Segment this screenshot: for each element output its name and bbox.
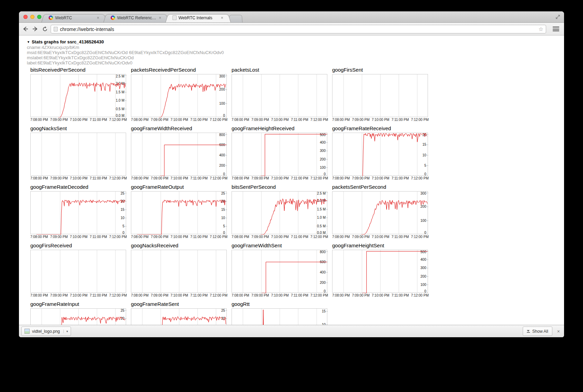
x-axis-tick-label: 7:08:00 PM xyxy=(131,293,149,297)
x-axis-labels: 7:08:00 PM7:09:00 PM7:10:00 PM7:11:00 PM… xyxy=(332,293,429,297)
x-axis-tick-label: 7:08:00 PM xyxy=(30,118,48,122)
x-axis-tick-label: 7:11:00 PM xyxy=(190,293,207,297)
chart-canvas: 2520151050 xyxy=(30,308,126,325)
x-axis-tick-label: 7:10:00 PM xyxy=(171,235,188,239)
x-axis-tick-label: 7:12:00 PM xyxy=(210,118,227,122)
x-axis-tick-label: 7:12:00 PM xyxy=(310,293,328,297)
svg-text:100: 100 xyxy=(420,283,426,287)
chart-packetsReceivedPerSecond: packetsReceivedPerSecond 3002001000 7:08… xyxy=(131,67,232,122)
new-tab-button[interactable] xyxy=(231,14,241,22)
x-axis-tick-label: 7:09:00 PM xyxy=(50,118,68,122)
minimize-window-button[interactable] xyxy=(30,15,34,19)
chart-canvas: 8006004002000 xyxy=(131,133,227,176)
x-axis-tick-label: 7:09:00 PM xyxy=(352,118,369,122)
x-axis-tick-label: 7:09:00 PM xyxy=(251,176,269,180)
tab-close-icon[interactable]: × xyxy=(158,16,162,20)
download-dropdown-icon[interactable]: ▾ xyxy=(63,330,68,333)
downloads-close-icon[interactable]: × xyxy=(557,329,560,334)
svg-text:100: 100 xyxy=(320,166,326,169)
chart-canvas xyxy=(30,250,126,293)
chart-googNacksReceived: googNacksReceived 7:08:00 PM7:09:00 PM7:… xyxy=(131,243,232,297)
chart-googFrameWidthReceived: googFrameWidthReceived 8006004002000 7:0… xyxy=(131,125,232,180)
download-item[interactable]: vidtel_logo.png ▾ xyxy=(21,327,71,336)
svg-text:200: 200 xyxy=(420,205,426,208)
svg-text:10: 10 xyxy=(221,216,225,220)
chart-googFirsReceived: googFirsReceived 7:08:00 PM7:09:00 PM7:1… xyxy=(30,243,131,297)
page-favicon xyxy=(173,16,176,20)
close-window-button[interactable] xyxy=(23,15,28,19)
x-axis-tick-label: 7:10:00 PM xyxy=(372,118,389,122)
address-bar[interactable]: chrome://webrtc-internals ☆ xyxy=(51,25,546,33)
tab-close-icon[interactable]: × xyxy=(96,16,100,20)
bookmark-star-icon[interactable]: ☆ xyxy=(539,26,543,32)
x-axis-tick-label: 7:12:00 PM xyxy=(109,293,127,297)
download-filename: vidtel_logo.png xyxy=(32,329,60,334)
chart-googFrameWidthSent: googFrameWidthSent 8006004002000 7:08:00… xyxy=(232,243,332,297)
ssrc-mslabel: mslabel:6E9laEYkyxIkTCxDgc82ZGoEhlCfxNuC… xyxy=(27,55,564,60)
fullscreen-icon[interactable] xyxy=(555,14,561,20)
ssrc-msid: msid:6E9laEYkyxIkTCxDgc82ZGoEhlCfxNuCKrO… xyxy=(27,50,564,55)
svg-text:0: 0 xyxy=(424,289,426,293)
chart-packetsSentPerSecond: packetsSentPerSecond 3002001000 7:08:00 … xyxy=(332,184,433,239)
tab-webrtc-reference-app[interactable]: WebRTC Reference App × xyxy=(106,13,166,22)
back-button[interactable] xyxy=(22,25,29,33)
x-axis-tick-label: 7:08:00 PM xyxy=(232,293,249,297)
x-axis-tick-label: 7:12:00 PM xyxy=(210,293,227,297)
x-axis-tick-label: 7:12:00 PM xyxy=(210,176,227,180)
x-axis-tick-label: 7:10:00 PM xyxy=(372,293,389,297)
navigation-toolbar: chrome://webrtc-internals ☆ xyxy=(19,23,564,35)
forward-button[interactable] xyxy=(31,25,39,33)
tab-webrtc[interactable]: WebRTC × xyxy=(44,13,104,22)
x-axis-tick-label: 7:12:00 PM xyxy=(411,235,429,239)
x-axis-labels: 7:08:00 PM7:09:00 PM7:10:00 PM7:11:00 PM… xyxy=(232,235,328,239)
svg-text:400: 400 xyxy=(320,141,326,144)
collapse-triangle-icon[interactable]: ▼ xyxy=(27,40,30,44)
svg-text:2.5 M: 2.5 M xyxy=(317,192,326,195)
x-axis-tick-label: 7:11:00 PM xyxy=(190,176,207,180)
chart-googFrameRateDecoded: googFrameRateDecoded 2520151050 7:08:00 … xyxy=(30,184,131,239)
svg-text:25: 25 xyxy=(121,192,125,195)
chrome-menu-icon[interactable] xyxy=(553,27,559,31)
x-axis-tick-label: 7:08:00 PM xyxy=(131,118,149,122)
downloads-bar-right: Show All × xyxy=(523,327,560,336)
svg-text:400: 400 xyxy=(420,258,426,261)
x-axis-labels: 7:08:00 PM7:09:00 PM7:10:00 PM7:11:00 PM… xyxy=(30,176,127,180)
chart-canvas: 8006004002000 xyxy=(232,250,327,293)
x-axis-labels: 7:08:00 PM7:09:00 PM7:10:00 PM7:11:00 PM… xyxy=(131,176,227,180)
x-axis-tick-label: 7:10:00 PM xyxy=(171,176,188,180)
zoom-window-button[interactable] xyxy=(37,15,41,19)
stats-section-header[interactable]: ▼ Stats graphs for ssrc_4136526430 xyxy=(27,39,564,45)
x-axis-tick-label: 7:12:00 PM xyxy=(310,176,328,180)
x-axis-tick-label: 7:11:00 PM xyxy=(291,293,308,297)
svg-text:15: 15 xyxy=(422,143,427,146)
x-axis-tick-label: 7:10:00 PM xyxy=(70,293,88,297)
x-axis-tick-label: 7:09:00 PM xyxy=(151,235,168,239)
svg-text:15: 15 xyxy=(221,208,225,212)
ssrc-label: label:6E9laEYkyxIkTCxDgc82ZGoEhlCfxNuCKr… xyxy=(27,60,564,65)
chart-canvas xyxy=(232,74,327,117)
x-axis-tick-label: 7:12:00 PM xyxy=(310,118,328,122)
x-axis-tick-label: 7:12:00 PM xyxy=(411,176,429,180)
chart-title: googFrameRateInput xyxy=(30,301,131,307)
tab-strip: WebRTC × WebRTC Reference App × WebRTC I… xyxy=(19,11,564,23)
chart-title: googFirsSent xyxy=(332,67,433,73)
x-axis-tick-label: 7:08:00 PM xyxy=(332,176,350,180)
tab-webrtc-internals[interactable]: WebRTC Internals × xyxy=(168,13,228,22)
chart-title: bitsReceivedPerSecond xyxy=(30,67,131,73)
chart-canvas: 3002001000 xyxy=(332,191,428,234)
tab-label: WebRTC Reference App xyxy=(117,16,156,20)
tab-close-icon[interactable]: × xyxy=(221,16,224,20)
svg-text:0: 0 xyxy=(424,231,426,235)
x-axis-labels: 7:08:00 PM7:09:00 PM7:10:00 PM7:11:00 PM… xyxy=(332,176,429,180)
url-text[interactable]: chrome://webrtc-internals xyxy=(60,27,114,32)
x-axis-tick-label: 7:08:00 PM xyxy=(232,118,249,122)
x-axis-tick-label: 7:08:00 PM xyxy=(30,176,48,180)
x-axis-tick-label: 7:12:00 PM xyxy=(109,118,127,122)
svg-text:1.5 M: 1.5 M xyxy=(116,90,124,94)
x-axis-tick-label: 7:11:00 PM xyxy=(90,118,107,122)
show-all-label: Show All xyxy=(532,329,548,334)
show-all-button[interactable]: Show All xyxy=(523,327,552,336)
reload-button[interactable] xyxy=(41,25,49,33)
svg-text:2.5 M: 2.5 M xyxy=(116,74,124,78)
x-axis-labels: 7:08:00 PM7:09:00 PM7:10:00 PM7:11:00 PM… xyxy=(30,118,127,122)
